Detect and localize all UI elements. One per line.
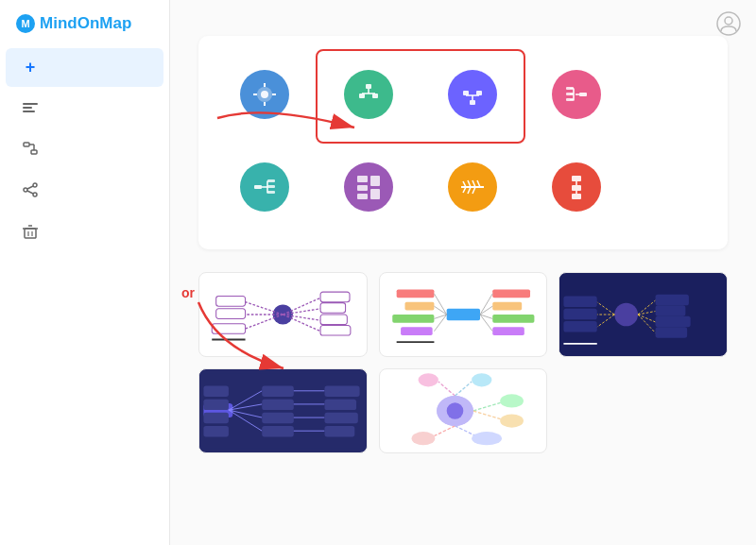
svg-rect-124 — [203, 400, 228, 410]
logo-icon: M — [15, 13, 36, 34]
svg-rect-78 — [320, 325, 351, 335]
theme-card-5[interactable] — [379, 368, 548, 453]
svg-rect-138 — [324, 400, 356, 410]
svg-rect-89 — [492, 315, 534, 323]
template-rightmap[interactable] — [217, 147, 312, 230]
svg-rect-52 — [357, 176, 368, 182]
svg-rect-117 — [564, 309, 597, 319]
svg-rect-53 — [357, 185, 368, 191]
svg-rect-125 — [203, 413, 228, 423]
theme-card-4[interactable] — [198, 368, 368, 453]
logo: M MindOnMap — [0, 0, 169, 43]
trash-nav-icon — [21, 223, 40, 244]
svg-line-59 — [468, 180, 471, 187]
theme-card-1[interactable] — [198, 272, 368, 357]
theme-card-2[interactable] — [379, 272, 548, 357]
svg-rect-74 — [320, 303, 345, 314]
svg-rect-88 — [492, 302, 522, 311]
sidebar-item-myshare[interactable] — [6, 172, 163, 212]
svg-rect-140 — [324, 413, 357, 423]
svg-rect-46 — [254, 185, 262, 189]
sidebar-nav: + — [0, 47, 169, 254]
svg-point-147 — [472, 373, 491, 386]
svg-rect-14 — [25, 229, 36, 238]
svg-text:M: M — [21, 18, 29, 29]
svg-rect-92 — [404, 302, 434, 311]
svg-rect-5 — [24, 143, 29, 146]
main-content: or — [170, 0, 756, 545]
svg-point-157 — [446, 402, 463, 419]
svg-line-144 — [438, 382, 455, 396]
svg-rect-37 — [579, 93, 587, 96]
themes-grid — [198, 272, 728, 453]
svg-rect-54 — [357, 194, 368, 199]
mindmap-nav-icon — [21, 98, 40, 119]
svg-rect-91 — [396, 289, 434, 298]
template-treemap[interactable] — [321, 147, 416, 230]
orgchartdown-icon — [344, 70, 393, 119]
fishbone-icon — [448, 162, 497, 212]
svg-rect-6 — [31, 150, 37, 154]
svg-point-10 — [24, 188, 27, 192]
svg-rect-142 — [324, 426, 354, 436]
svg-rect-80 — [216, 297, 246, 307]
svg-line-99 — [434, 294, 446, 315]
svg-point-153 — [411, 432, 435, 445]
svg-point-145 — [418, 373, 438, 386]
svg-rect-48 — [267, 185, 275, 188]
svg-rect-32 — [470, 100, 475, 105]
svg-line-63 — [468, 187, 471, 194]
svg-rect-107 — [656, 295, 689, 305]
svg-point-19 — [717, 12, 740, 35]
flowchart-nav-icon — [21, 140, 40, 161]
svg-point-20 — [725, 17, 732, 25]
svg-point-22 — [261, 91, 268, 98]
sidebar-item-myflowchart[interactable] — [6, 130, 163, 170]
svg-rect-119 — [564, 321, 597, 332]
treemap-icon — [344, 162, 393, 212]
svg-rect-76 — [320, 315, 347, 325]
templates-section — [198, 36, 728, 249]
svg-rect-131 — [262, 386, 294, 397]
template-orgchartup[interactable] — [425, 55, 520, 138]
svg-line-148 — [473, 402, 501, 411]
svg-rect-133 — [262, 413, 294, 423]
sidebar-item-mymindmap[interactable] — [6, 89, 163, 128]
svg-line-61 — [477, 180, 480, 187]
svg-text:or: or — [181, 285, 196, 300]
svg-line-154 — [455, 426, 475, 436]
rightmap-icon — [240, 162, 289, 212]
sidebar-item-trash[interactable] — [6, 213, 163, 253]
svg-line-12 — [27, 186, 33, 189]
svg-rect-123 — [203, 386, 228, 397]
svg-rect-113 — [656, 327, 688, 337]
template-flowchart[interactable] — [529, 147, 624, 230]
template-orgchartdown[interactable] — [321, 55, 416, 138]
user-icon[interactable] — [716, 11, 741, 42]
sidebar-item-new[interactable]: + — [6, 48, 163, 87]
svg-rect-132 — [262, 400, 294, 410]
svg-rect-82 — [216, 309, 246, 319]
template-fishbone[interactable] — [425, 147, 520, 230]
svg-rect-72 — [320, 292, 350, 302]
svg-rect-109 — [656, 305, 686, 315]
flowchart-icon — [552, 162, 601, 212]
svg-rect-66 — [572, 185, 581, 191]
recommended-section — [198, 272, 728, 453]
svg-rect-27 — [366, 84, 371, 89]
theme-card-3[interactable] — [558, 272, 728, 357]
template-mindmap[interactable] — [217, 55, 312, 138]
svg-rect-94 — [401, 327, 433, 335]
svg-rect-115 — [564, 297, 597, 307]
svg-point-149 — [500, 394, 524, 407]
svg-line-152 — [434, 426, 455, 436]
logo-text: MindOnMap — [40, 14, 131, 33]
svg-point-105 — [615, 303, 639, 327]
svg-rect-65 — [572, 176, 581, 181]
svg-line-95 — [480, 294, 492, 315]
svg-rect-47 — [267, 179, 275, 182]
svg-rect-126 — [203, 426, 228, 436]
template-leftmap[interactable] — [529, 55, 624, 138]
new-icon: + — [21, 58, 40, 77]
svg-rect-90 — [492, 327, 524, 335]
